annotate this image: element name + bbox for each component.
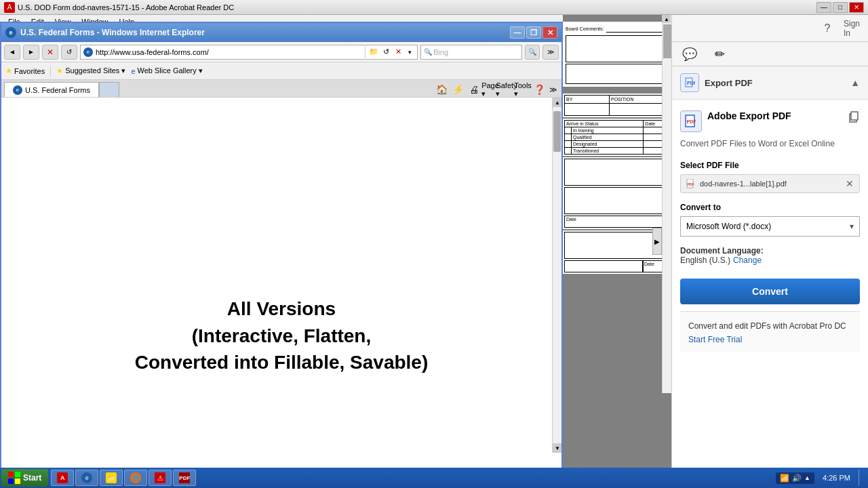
ie-forward-btn[interactable]: ► xyxy=(23,45,39,60)
ie-vscrollbar[interactable]: ▲ ▼ xyxy=(552,98,561,453)
adobe-export-icon: PDF xyxy=(680,110,702,132)
ie-web-slice[interactable]: e Web Slice Gallery ▾ xyxy=(131,66,202,75)
file-chip: PDF dod-navres-1...lable[1].pdf ✕ xyxy=(680,174,860,193)
ie-toolbar-extras[interactable]: ≫ xyxy=(548,82,559,97)
ie-tabsbar: e U.S. Federal Forms 🏠 ⚡ 🖨 Page ▾ Safety… xyxy=(1,80,561,98)
taskbar-ie[interactable]: e xyxy=(75,470,98,486)
star-icon-2: ★ xyxy=(56,66,63,75)
ie-search-go-btn[interactable]: 🔍 xyxy=(525,45,540,60)
start-trial-link[interactable]: Start Free Trial xyxy=(688,335,742,344)
ie-address-btn1[interactable]: 📁 xyxy=(368,47,379,58)
start-button[interactable]: Start xyxy=(1,469,48,487)
systray-network: 📶 xyxy=(780,474,789,483)
pdf-scroll-thumb[interactable] xyxy=(663,24,671,58)
ie-cmdbar-right: 🏠 ⚡ 🖨 Page ▾ Safety ▾ Tools ▾ ❓ ≫ xyxy=(434,82,561,97)
folder-task-icon: 📁 xyxy=(106,472,117,483)
ie-task-icon: e xyxy=(81,472,92,483)
systray-notify: ▲ xyxy=(804,474,810,481)
svg-rect-10 xyxy=(8,479,14,484)
ie-restore-btn[interactable]: ❐ xyxy=(526,26,541,39)
file-remove-btn[interactable]: ✕ xyxy=(846,179,854,188)
export-pdf-collapse-btn[interactable]: ▲ xyxy=(850,77,860,88)
svg-text:PDF: PDF xyxy=(687,119,697,124)
ie-tab-federal-forms[interactable]: e U.S. Federal Forms xyxy=(4,82,99,97)
pdf-form-rows: Date xyxy=(563,157,671,229)
taskbar-acrobat[interactable]: A xyxy=(51,470,74,486)
ie-scroll-down[interactable]: ▼ xyxy=(553,443,561,453)
panel-collapse-handle[interactable]: ▶ xyxy=(652,228,662,255)
doc-language-value: English (U.S.) xyxy=(680,256,730,265)
ie-minimize-btn[interactable]: — xyxy=(510,26,525,39)
convert-to-dropdown[interactable]: Microsoft Word (*.docx) ▾ xyxy=(680,216,860,237)
export-pdf-panel: ? Sign In 💬 ✏ PDF Export PDF ▲ xyxy=(671,15,868,488)
pen-tool-icon[interactable]: ✏ xyxy=(710,45,729,64)
ie-toolbar-icon3[interactable]: 🖨 xyxy=(467,82,481,97)
ie-suggested-sites[interactable]: ★ Suggested Sites ▾ xyxy=(56,66,125,75)
ie-content: All Versions (Interactive, Flatten, Conv… xyxy=(1,98,561,453)
ie-address-btn3[interactable]: ✕ xyxy=(393,47,403,58)
export-pdf-body: PDF Adobe Export PDF Convert PDF Files t… xyxy=(672,100,868,363)
ie-close-btn[interactable]: ✕ xyxy=(542,26,557,39)
taskbar: Start A e 📁 🌐 ⚠ PDF 📶 🔊 ▲ xyxy=(0,468,868,488)
acrobat-close-btn[interactable]: ✕ xyxy=(849,2,864,13)
sign-in-btn[interactable]: Sign In xyxy=(844,20,860,37)
comment-icon[interactable]: 💬 xyxy=(680,45,699,64)
webpage-content: All Versions (Interactive, Flatten, Conv… xyxy=(1,98,561,389)
export-pdf-header-title: Export PDF xyxy=(705,78,753,88)
ie-toolbar-icon2[interactable]: ⚡ xyxy=(450,82,465,97)
acrobat-titlebar: A U.S. DOD Form dod-navres-1571-15 - Ado… xyxy=(0,0,868,15)
ie-toolbar-icon7[interactable]: ❓ xyxy=(532,82,547,97)
selected-filename: dod-navres-1...lable[1].pdf xyxy=(700,180,842,188)
ie-toolbar-icon1[interactable]: 🏠 xyxy=(434,82,449,97)
ie-icon-small: e xyxy=(131,67,135,75)
browser-task-icon: 🌐 xyxy=(130,472,141,483)
ie-address-text[interactable]: http://www.usa-federal-forms.com/ xyxy=(96,48,362,56)
ie-address-bar: e http://www.usa-federal-forms.com/ 📁 ↺ … xyxy=(80,45,418,60)
taskbar-security[interactable]: ⚠ xyxy=(149,470,172,486)
pdf-scroll-up[interactable]: ▲ xyxy=(663,15,671,23)
ie-toolbar-icon5[interactable]: Safety ▾ xyxy=(499,82,514,97)
ie-toolbar-icon6[interactable]: Tools ▾ xyxy=(515,82,530,97)
taskbar-folder[interactable]: 📁 xyxy=(100,470,123,486)
ie-stop-btn[interactable]: ✕ xyxy=(42,45,58,60)
ie-scroll-up[interactable]: ▲ xyxy=(553,98,561,107)
adobe-export-title: Adobe Export PDF xyxy=(707,110,791,121)
acrobat-pro-text: Convert and edit PDFs with Acrobat Pro D… xyxy=(688,320,852,332)
select-pdf-section: Select PDF File PDF dod-navres-1...lable… xyxy=(680,161,860,193)
taskbar-pdf[interactable]: PDF xyxy=(173,470,196,486)
ie-search-input[interactable]: 🔍 Bing xyxy=(420,45,522,60)
webpage-main-text: All Versions (Interactive, Flatten, Conv… xyxy=(135,296,429,375)
ie-address-btn2[interactable]: ↺ xyxy=(380,47,391,58)
help-icon[interactable]: ? xyxy=(819,20,835,37)
ie-address-icon: e xyxy=(83,47,93,57)
adobe-copy-icon[interactable] xyxy=(848,110,860,125)
ie-refresh-btn[interactable]: ↺ xyxy=(61,45,77,60)
ie-scroll-thumb[interactable] xyxy=(553,111,561,152)
acrobat-pro-promo: Convert and edit PDFs with Acrobat Pro D… xyxy=(680,311,860,352)
acrobat-window-controls: — □ ✕ xyxy=(816,2,864,13)
acrobat-maximize-btn[interactable]: □ xyxy=(833,2,848,13)
acrobat-task-icon: A xyxy=(57,472,68,483)
ie-extras-btn[interactable]: ≫ xyxy=(542,45,559,60)
acrobat-minimize-btn[interactable]: — xyxy=(816,2,831,13)
convert-button[interactable]: Convert xyxy=(680,279,860,304)
doc-language-value-row: English (U.S.) Change xyxy=(680,256,860,265)
pdf-task-icon: PDF xyxy=(179,472,190,483)
export-pdf-header-left: PDF Export PDF xyxy=(680,73,753,92)
convert-to-arrow: ▾ xyxy=(850,222,854,231)
acrobat-secondary-toolbar: 💬 ✏ xyxy=(672,42,868,66)
change-language-link[interactable]: Change xyxy=(733,256,762,265)
systray-speaker: 🔊 xyxy=(792,474,802,483)
ie-back-btn[interactable]: ◄ xyxy=(4,45,20,60)
ie-new-tab[interactable] xyxy=(99,82,119,97)
svg-rect-8 xyxy=(8,472,14,477)
taskbar-right: 📶 🔊 ▲ 4:26 PM xyxy=(772,470,867,486)
security-task-icon: ⚠ xyxy=(155,472,165,483)
taskbar-browser[interactable]: 🌐 xyxy=(124,470,147,486)
ie-favorites-btn[interactable]: ★ Favorites xyxy=(5,66,45,75)
bing-icon: 🔍 xyxy=(424,48,432,56)
taskbar-time: 4:26 PM xyxy=(823,474,850,482)
ie-address-dropdown[interactable]: ▾ xyxy=(405,47,414,58)
show-desktop-btn[interactable] xyxy=(859,470,863,486)
pdf-board-comments: Board Comments: xyxy=(563,22,671,87)
